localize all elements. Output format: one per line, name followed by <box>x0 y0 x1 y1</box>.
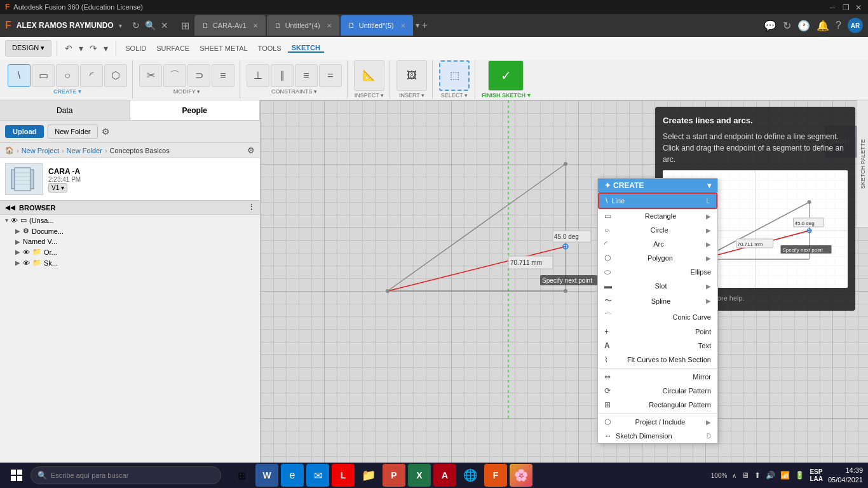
row-expand-0[interactable]: ▾ <box>5 217 8 224</box>
taskbar-app-mail[interactable]: ✉ <box>306 464 329 487</box>
new-folder-button[interactable]: New Folder <box>48 125 97 139</box>
solid-tab[interactable]: SOLID <box>121 44 150 52</box>
user-avatar[interactable]: AR <box>848 18 863 33</box>
version-badge[interactable]: V1 ▾ <box>48 183 67 193</box>
canvas-area[interactable]: 70.711 mm 45.0 deg Specify next point RI… <box>261 100 868 465</box>
modify-btn4[interactable]: ≡ <box>212 64 234 87</box>
modify-btn3[interactable]: ⊃ <box>187 64 210 87</box>
row-vis-icon-4[interactable]: 👁 <box>23 259 30 267</box>
sketch-rect-btn[interactable]: ▭ <box>32 64 55 87</box>
constraints-label[interactable]: CONSTRAINTS ▾ <box>271 88 317 95</box>
menu-item-mirror[interactable]: ⇔ Mirror <box>598 370 717 384</box>
bc-home-icon[interactable]: 🏠 <box>5 146 14 154</box>
taskbar-app-l[interactable]: L <box>332 464 355 487</box>
taskbar-app-folder[interactable]: 📁 <box>357 464 380 487</box>
select-label[interactable]: SELECT ▾ <box>441 92 468 98</box>
undo-dropdown[interactable]: ▾ <box>76 42 86 55</box>
bc-settings-icon[interactable]: ⚙ <box>247 146 255 155</box>
modify-btn1[interactable]: ✂ <box>139 64 162 87</box>
menu-item-polygon[interactable]: ⬡ Polygon ▶ <box>598 251 717 265</box>
upload-button[interactable]: Upload <box>5 125 44 138</box>
user-dropdown-icon[interactable]: ▾ <box>119 22 122 29</box>
undo-button[interactable]: ↶ <box>62 42 75 55</box>
modify-btn2[interactable]: ⌒ <box>163 64 186 87</box>
tab-close-icon3[interactable]: ✕ <box>400 22 405 29</box>
taskbar-app-word[interactable]: W <box>255 464 278 487</box>
row-settings-icon-1[interactable]: ⚙ <box>23 227 29 235</box>
sketch-palette-panel[interactable]: SKETCH PALETTE <box>857 100 868 227</box>
insert-btn[interactable]: 🖼 <box>397 60 427 91</box>
menu-item-arc[interactable]: ◜ Arc ▶ <box>598 237 717 251</box>
modify-label[interactable]: MODIFY ▾ <box>173 88 200 95</box>
browser-collapse-icon[interactable]: ◀◀ <box>5 204 15 211</box>
row-expand-3[interactable]: ▶ <box>15 248 20 255</box>
select-btn[interactable]: ⬚ <box>439 60 470 91</box>
menu-item-spline[interactable]: 〜 Spline ▶ <box>598 293 717 309</box>
tab-untitled5[interactable]: 🗋 Untitled*(5) ✕ <box>341 15 413 36</box>
tab-close-icon[interactable]: ✕ <box>253 22 258 29</box>
maximize-button[interactable]: ❐ <box>843 3 850 11</box>
tab-untitled4[interactable]: 🗋 Untitled*(4) ✕ <box>267 15 339 36</box>
tab-close-icon2[interactable]: ✕ <box>327 22 332 29</box>
sketch-arc-btn[interactable]: ◜ <box>80 64 103 87</box>
browser-row-0[interactable]: ▾ 👁 ▭ (Unsa... <box>0 215 260 226</box>
close-button[interactable]: ✕ <box>855 3 863 11</box>
start-button[interactable] <box>5 464 28 487</box>
window-controls[interactable]: ─ ❐ ✕ <box>830 3 863 11</box>
taskbar-app-grid[interactable]: ⊞ <box>230 464 253 487</box>
grid-apps-icon[interactable]: ⊞ <box>181 20 189 32</box>
inspect-btn[interactable]: 📐 <box>354 60 384 91</box>
sync-icon[interactable]: ↻ <box>783 20 791 32</box>
constraint-btn4[interactable]: = <box>319 64 342 87</box>
user-name[interactable]: ALEX RAMOS RAYMUNDO <box>17 21 114 30</box>
menu-item-slot[interactable]: ▬ Slot ▶ <box>598 279 717 293</box>
insert-label[interactable]: INSERT ▾ <box>399 92 424 98</box>
settings-icon[interactable]: ⚙ <box>102 126 110 137</box>
taskbar-app-fusion-red[interactable]: F <box>484 464 507 487</box>
bc-new-folder[interactable]: New Folder <box>67 147 102 154</box>
constraint-btn1[interactable]: ⊥ <box>247 64 269 87</box>
help-icon[interactable]: ? <box>836 20 841 31</box>
taskbar-app-excel[interactable]: X <box>408 464 431 487</box>
taskbar-app-chrome[interactable]: 🌐 <box>459 464 482 487</box>
search-bar[interactable]: 🔍 Escribe aquí para buscar <box>31 466 221 484</box>
browser-row-1[interactable]: ▶ ⚙ Docume... <box>0 226 260 236</box>
taskbar-app-photos[interactable]: 🌸 <box>510 464 532 487</box>
tab-cara-av1[interactable]: 🗋 CARA-Av1 ✕ <box>194 15 266 36</box>
taskbar-app-p[interactable]: P <box>383 464 405 487</box>
menu-item-circle[interactable]: ○ Circle ▶ <box>598 223 717 237</box>
tabs-overflow-icon[interactable]: ▾ <box>416 21 419 30</box>
taskbar-app-edge[interactable]: e <box>281 464 304 487</box>
browser-row-3[interactable]: ▶ 👁 📁 Or... <box>0 247 260 257</box>
design-mode-button[interactable]: DESIGN ▾ <box>5 40 51 57</box>
row-vis-icon-3[interactable]: 👁 <box>23 248 30 256</box>
sketch-line-btn[interactable]: \ <box>8 64 31 87</box>
inspect-label[interactable]: INSPECT ▾ <box>355 92 384 98</box>
constraint-btn2[interactable]: ∥ <box>271 64 294 87</box>
menu-item-sketch-dimension[interactable]: ↔ Sketch Dimension D <box>598 429 717 443</box>
menu-item-conic-curve[interactable]: ⌒ Conic Curve <box>598 309 717 325</box>
sketch-tab[interactable]: SKETCH <box>288 44 324 53</box>
new-tab-icon[interactable]: + <box>422 20 428 31</box>
browser-options-icon[interactable]: ⋮ <box>248 203 255 212</box>
menu-item-fit-curves[interactable]: ⌇ Fit Curves to Mesh Section <box>598 353 717 367</box>
minimize-button[interactable]: ─ <box>830 3 837 11</box>
menu-item-point[interactable]: + Point <box>598 325 717 339</box>
close-icon[interactable]: ✕ <box>161 20 168 30</box>
sketch-circle-btn[interactable]: ○ <box>56 64 79 87</box>
row-expand-2[interactable]: ▶ <box>15 238 20 245</box>
refresh-icon[interactable]: ↻ <box>132 20 140 30</box>
system-clock[interactable]: 14:39 05/04/2021 <box>828 466 863 485</box>
menu-item-circular-pattern[interactable]: ⟳ Circular Pattern <box>598 384 717 398</box>
chat-icon[interactable]: 💬 <box>764 20 776 32</box>
panel-tab-data[interactable]: Data <box>0 100 130 120</box>
redo-button[interactable]: ↷ <box>87 42 100 55</box>
taskbar-app-access[interactable]: A <box>433 464 456 487</box>
browser-row-4[interactable]: ▶ 👁 📁 Sk... <box>0 257 260 268</box>
menu-item-project-include[interactable]: ⬡ Project / Include ▶ <box>598 415 717 429</box>
row-expand-1[interactable]: ▶ <box>15 227 20 234</box>
menu-item-line[interactable]: \ Line L <box>598 193 717 209</box>
tools-tab[interactable]: TOOLS <box>254 44 285 52</box>
bc-new-project[interactable]: New Project <box>22 147 59 154</box>
browser-row-2[interactable]: ▶ Named V... <box>0 236 260 247</box>
